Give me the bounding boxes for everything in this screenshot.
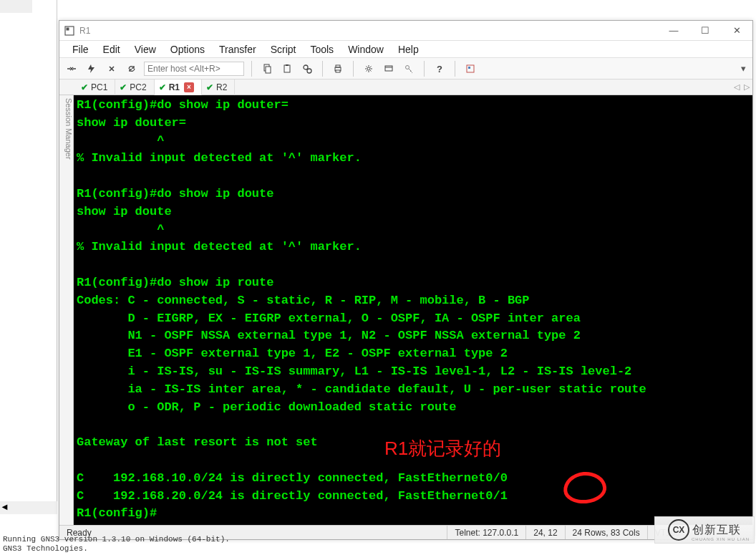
host-input[interactable] [144,62,244,76]
help-icon[interactable]: ? [432,61,447,77]
tab-label: PC1 [91,82,107,92]
menu-edit[interactable]: Edit [96,41,127,58]
status-telnet: Telnet: 127.0.0.1 [447,526,526,539]
tab-pc1[interactable]: ✔PC1 [77,79,115,95]
svg-text:?: ? [437,64,442,74]
quick-connect-icon[interactable] [84,61,100,77]
footer-line: Running GNS3 version 1.3.10 on Windows (… [3,535,230,544]
check-icon: ✔ [81,82,88,92]
check-icon: ✔ [159,82,166,92]
tab-pc2[interactable]: ✔PC2 [115,79,154,95]
menubar: File Edit View Options Transfer Script T… [59,41,752,58]
settings-icon[interactable] [361,61,377,77]
background-panel [0,0,57,510]
app-icon [64,25,75,37]
menu-options[interactable]: Options [163,41,212,58]
tab-next-icon[interactable]: ▷ [744,82,750,92]
titlebar[interactable]: R1 — ☐ ✕ [59,21,752,41]
tabbar: ✔PC1 ✔PC2 ✔R1× ✔R2 ◁ ▷ [59,79,752,95]
menu-window[interactable]: Window [341,41,391,58]
reconnect-icon[interactable] [124,61,140,77]
toolbar-separator [322,61,323,77]
minimize-button[interactable]: — [658,21,689,41]
svg-rect-9 [336,65,340,67]
svg-rect-17 [468,67,470,69]
toolbar-separator [455,61,455,77]
check-icon: ✔ [206,82,213,92]
main-area: Session Manager R1(config)#do show ip do… [59,95,752,525]
menu-tools[interactable]: Tools [303,41,341,58]
toolbar-separator [424,61,425,77]
find-icon[interactable] [299,61,315,77]
menu-script[interactable]: Script [263,41,304,58]
toolbar-dropdown-icon[interactable]: ▾ [738,63,748,74]
toolbar: ? ▾ [59,58,752,79]
status-cursor-pos: 24, 12 [526,526,565,539]
svg-rect-10 [336,70,340,72]
svg-point-6 [304,65,308,69]
svg-rect-5 [286,64,289,66]
tab-prev-icon[interactable]: ◁ [734,82,740,92]
paste-icon[interactable] [279,61,295,77]
svg-rect-12 [385,66,392,71]
maximize-button[interactable]: ☐ [689,21,721,41]
menu-view[interactable]: View [127,41,163,58]
footer-text: Running GNS3 version 1.3.10 on Windows (… [3,535,230,554]
toolbar-separator [251,61,252,77]
svg-rect-1 [67,27,69,30]
tab-label: PC2 [130,82,146,92]
window-title: R1 [79,26,658,36]
connect-icon[interactable] [64,61,79,77]
close-button[interactable]: ✕ [721,21,752,41]
print-icon[interactable] [330,61,346,77]
menu-help[interactable]: Help [391,41,426,58]
copy-icon[interactable] [259,61,275,77]
terminal[interactable]: R1(config)#do show ip douter= show ip do… [74,95,752,525]
tab-label: R2 [216,82,227,92]
check-icon: ✔ [120,82,127,92]
footer-line: GNS3 Technologies. [3,544,230,554]
svg-point-7 [307,69,311,73]
tab-r2[interactable]: ✔R2 [202,79,235,95]
extra-icon[interactable] [462,61,478,77]
tab-r1[interactable]: ✔R1× [155,79,202,95]
svg-point-11 [367,67,370,70]
toolbar-separator [353,61,354,77]
disconnect-icon[interactable] [104,61,120,77]
watermark-sub: CHUANG XIN HU LIAN [692,537,750,541]
svg-rect-3 [266,67,271,73]
key-icon[interactable] [401,61,417,77]
close-tab-icon[interactable]: × [184,82,194,92]
background-panel-header [0,0,32,13]
watermark-text: 创新互联 [692,523,741,538]
background-scrollbar[interactable]: ◄ [0,501,57,514]
menu-file[interactable]: File [65,41,96,58]
tab-label: R1 [169,82,180,92]
app-window: R1 — ☐ ✕ File Edit View Options Transfer… [59,20,753,540]
svg-rect-4 [284,65,290,72]
status-size: 24 Rows, 83 Cols [566,526,648,539]
svg-point-14 [406,65,410,69]
session-icon[interactable] [381,61,397,77]
session-manager-panel[interactable]: Session Manager [59,95,74,525]
menu-transfer[interactable]: Transfer [212,41,263,58]
